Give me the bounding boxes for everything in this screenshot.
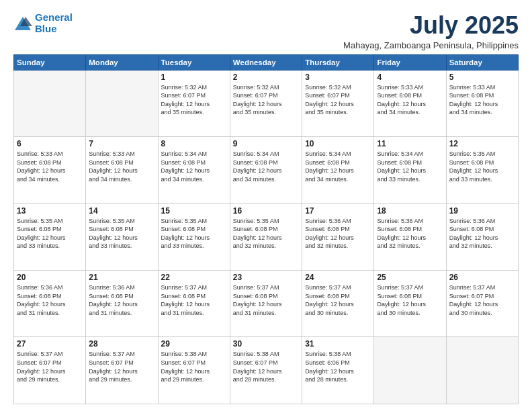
calendar-header-row: SundayMondayTuesdayWednesdayThursdayFrid…	[14, 54, 519, 70]
header: General Blue July 2025 Mahayag, Zamboang…	[13, 12, 519, 50]
day-info: Sunrise: 5:35 AM Sunset: 6:08 PM Dayligh…	[17, 217, 83, 250]
day-number: 8	[161, 139, 227, 148]
calendar-cell	[14, 70, 86, 136]
day-number: 29	[161, 339, 227, 349]
day-number: 14	[89, 206, 154, 216]
day-info: Sunrise: 5:38 AM Sunset: 6:07 PM Dayligh…	[161, 350, 227, 383]
day-info: Sunrise: 5:37 AM Sunset: 6:08 PM Dayligh…	[233, 283, 299, 317]
calendar-cell: 23Sunrise: 5:37 AM Sunset: 6:08 PM Dayli…	[230, 271, 302, 337]
logo-icon	[13, 14, 32, 33]
day-info: Sunrise: 5:32 AM Sunset: 6:07 PM Dayligh…	[161, 83, 227, 117]
day-number: 27	[17, 339, 83, 349]
calendar-cell: 27Sunrise: 5:37 AM Sunset: 6:07 PM Dayli…	[14, 337, 86, 404]
day-info: Sunrise: 5:36 AM Sunset: 6:08 PM Dayligh…	[377, 217, 443, 250]
calendar-cell: 5Sunrise: 5:33 AM Sunset: 6:08 PM Daylig…	[446, 70, 518, 136]
day-number: 23	[233, 273, 299, 282]
day-number: 31	[305, 339, 371, 349]
day-number: 18	[377, 206, 443, 216]
day-info: Sunrise: 5:34 AM Sunset: 6:08 PM Dayligh…	[377, 150, 443, 183]
day-info: Sunrise: 5:33 AM Sunset: 6:08 PM Dayligh…	[449, 83, 515, 117]
calendar-cell: 9Sunrise: 5:34 AM Sunset: 6:08 PM Daylig…	[230, 137, 302, 203]
logo-line1: General	[35, 11, 73, 23]
day-number: 7	[89, 139, 154, 148]
calendar-cell: 7Sunrise: 5:33 AM Sunset: 6:08 PM Daylig…	[86, 137, 158, 203]
calendar-cell: 16Sunrise: 5:35 AM Sunset: 6:08 PM Dayli…	[230, 203, 302, 270]
day-info: Sunrise: 5:38 AM Sunset: 6:06 PM Dayligh…	[305, 350, 371, 383]
calendar-cell: 28Sunrise: 5:37 AM Sunset: 6:07 PM Dayli…	[86, 337, 158, 404]
day-info: Sunrise: 5:37 AM Sunset: 6:07 PM Dayligh…	[449, 283, 515, 317]
calendar-cell: 21Sunrise: 5:36 AM Sunset: 6:08 PM Dayli…	[86, 271, 158, 337]
day-info: Sunrise: 5:37 AM Sunset: 6:08 PM Dayligh…	[377, 283, 443, 317]
day-number: 12	[449, 139, 515, 148]
day-info: Sunrise: 5:38 AM Sunset: 6:07 PM Dayligh…	[233, 350, 299, 383]
day-number: 21	[89, 273, 154, 282]
calendar-cell: 29Sunrise: 5:38 AM Sunset: 6:07 PM Dayli…	[158, 337, 230, 404]
calendar-cell: 6Sunrise: 5:33 AM Sunset: 6:08 PM Daylig…	[14, 137, 86, 203]
calendar-cell: 14Sunrise: 5:35 AM Sunset: 6:08 PM Dayli…	[86, 203, 158, 270]
calendar-cell	[86, 70, 158, 136]
day-number: 2	[233, 73, 299, 82]
title-block: July 2025 Mahayag, Zamboanga Peninsula, …	[343, 12, 519, 50]
day-number: 1	[161, 73, 227, 82]
week-row-1: 1Sunrise: 5:32 AM Sunset: 6:07 PM Daylig…	[14, 70, 519, 136]
day-number: 6	[17, 139, 83, 148]
day-number: 26	[449, 273, 515, 282]
calendar-cell: 25Sunrise: 5:37 AM Sunset: 6:08 PM Dayli…	[374, 271, 446, 337]
day-number: 17	[305, 206, 371, 216]
calendar-cell: 22Sunrise: 5:37 AM Sunset: 6:08 PM Dayli…	[158, 271, 230, 337]
calendar-cell: 11Sunrise: 5:34 AM Sunset: 6:08 PM Dayli…	[374, 137, 446, 203]
day-number: 4	[377, 73, 443, 82]
calendar-cell: 26Sunrise: 5:37 AM Sunset: 6:07 PM Dayli…	[446, 271, 518, 337]
day-number: 5	[449, 73, 515, 82]
day-info: Sunrise: 5:33 AM Sunset: 6:08 PM Dayligh…	[89, 150, 154, 183]
day-info: Sunrise: 5:37 AM Sunset: 6:07 PM Dayligh…	[17, 350, 83, 383]
day-info: Sunrise: 5:32 AM Sunset: 6:07 PM Dayligh…	[233, 83, 299, 117]
subtitle: Mahayag, Zamboanga Peninsula, Philippine…	[343, 40, 519, 50]
calendar-cell	[446, 337, 518, 404]
day-info: Sunrise: 5:34 AM Sunset: 6:08 PM Dayligh…	[233, 150, 299, 183]
calendar-header-thursday: Thursday	[302, 54, 374, 70]
calendar-header-wednesday: Wednesday	[230, 54, 302, 70]
day-info: Sunrise: 5:35 AM Sunset: 6:08 PM Dayligh…	[161, 217, 227, 250]
page: General Blue July 2025 Mahayag, Zamboang…	[0, 0, 532, 411]
day-info: Sunrise: 5:36 AM Sunset: 6:08 PM Dayligh…	[449, 217, 515, 250]
day-number: 20	[17, 273, 83, 282]
day-number: 22	[161, 273, 227, 282]
day-number: 9	[233, 139, 299, 148]
calendar-cell: 4Sunrise: 5:33 AM Sunset: 6:08 PM Daylig…	[374, 70, 446, 136]
day-number: 3	[305, 73, 371, 82]
calendar-header-sunday: Sunday	[14, 54, 86, 70]
day-info: Sunrise: 5:33 AM Sunset: 6:08 PM Dayligh…	[377, 83, 443, 117]
day-info: Sunrise: 5:37 AM Sunset: 6:07 PM Dayligh…	[89, 350, 154, 383]
calendar-cell: 19Sunrise: 5:36 AM Sunset: 6:08 PM Dayli…	[446, 203, 518, 270]
calendar-cell: 3Sunrise: 5:32 AM Sunset: 6:07 PM Daylig…	[302, 70, 374, 136]
day-info: Sunrise: 5:34 AM Sunset: 6:08 PM Dayligh…	[305, 150, 371, 183]
day-number: 10	[305, 139, 371, 148]
calendar-cell: 30Sunrise: 5:38 AM Sunset: 6:07 PM Dayli…	[230, 337, 302, 404]
calendar-cell: 2Sunrise: 5:32 AM Sunset: 6:07 PM Daylig…	[230, 70, 302, 136]
calendar-cell	[374, 337, 446, 404]
logo: General Blue	[13, 12, 73, 34]
calendar-cell: 10Sunrise: 5:34 AM Sunset: 6:08 PM Dayli…	[302, 137, 374, 203]
main-title: July 2025	[343, 12, 519, 39]
day-number: 11	[377, 139, 443, 148]
calendar-cell: 1Sunrise: 5:32 AM Sunset: 6:07 PM Daylig…	[158, 70, 230, 136]
week-row-4: 20Sunrise: 5:36 AM Sunset: 6:08 PM Dayli…	[14, 271, 519, 337]
day-info: Sunrise: 5:36 AM Sunset: 6:08 PM Dayligh…	[17, 283, 83, 317]
day-info: Sunrise: 5:32 AM Sunset: 6:07 PM Dayligh…	[305, 83, 371, 117]
calendar-header-tuesday: Tuesday	[158, 54, 230, 70]
calendar-cell: 24Sunrise: 5:37 AM Sunset: 6:08 PM Dayli…	[302, 271, 374, 337]
calendar-cell: 31Sunrise: 5:38 AM Sunset: 6:06 PM Dayli…	[302, 337, 374, 404]
logo-line2: Blue	[35, 23, 57, 34]
logo-text: General Blue	[35, 12, 73, 34]
week-row-5: 27Sunrise: 5:37 AM Sunset: 6:07 PM Dayli…	[14, 337, 519, 404]
day-number: 15	[161, 206, 227, 216]
calendar-cell: 13Sunrise: 5:35 AM Sunset: 6:08 PM Dayli…	[14, 203, 86, 270]
day-number: 24	[305, 273, 371, 282]
calendar-cell: 18Sunrise: 5:36 AM Sunset: 6:08 PM Dayli…	[374, 203, 446, 270]
day-number: 30	[233, 339, 299, 349]
calendar-header-saturday: Saturday	[446, 54, 518, 70]
day-info: Sunrise: 5:33 AM Sunset: 6:08 PM Dayligh…	[17, 150, 83, 183]
day-info: Sunrise: 5:36 AM Sunset: 6:08 PM Dayligh…	[305, 217, 371, 250]
day-info: Sunrise: 5:37 AM Sunset: 6:08 PM Dayligh…	[161, 283, 227, 317]
